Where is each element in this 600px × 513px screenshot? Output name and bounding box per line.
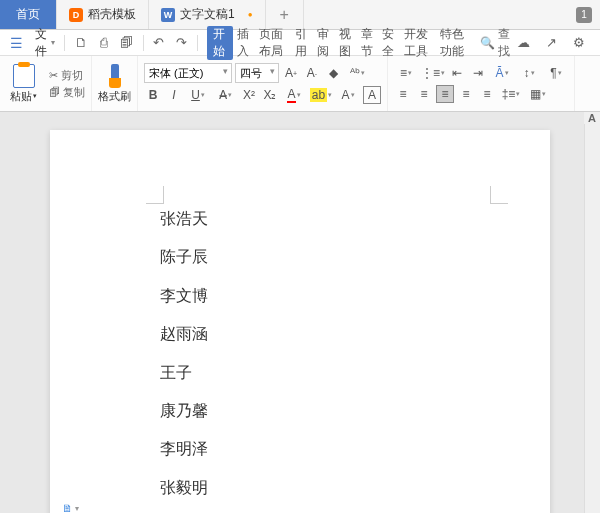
shrink-font-button[interactable]: A- bbox=[303, 64, 321, 82]
line-spacing-option-button[interactable]: ¶ bbox=[544, 64, 568, 82]
clear-format-button[interactable]: ◆ bbox=[324, 64, 342, 82]
char-border-button[interactable]: A bbox=[363, 86, 381, 104]
side-panel-strip bbox=[584, 112, 600, 513]
align-right-button[interactable]: ≡ bbox=[436, 85, 454, 103]
undo-icon[interactable]: ↶ bbox=[148, 35, 169, 50]
text-effects-button[interactable]: Ā bbox=[490, 64, 514, 82]
text-line[interactable]: 李明泽 bbox=[160, 430, 550, 468]
format-brush-button[interactable]: 格式刷 bbox=[98, 64, 131, 104]
line-spacing-button[interactable]: ‡≡ bbox=[499, 85, 523, 103]
doc-marker[interactable]: 🗎▾ bbox=[62, 502, 79, 513]
subscript-button[interactable]: X₂ bbox=[261, 86, 279, 104]
search-icon: 🔍 bbox=[480, 36, 495, 50]
brush-group: 格式刷 bbox=[92, 56, 138, 111]
indent-left-button[interactable]: ⇤ bbox=[448, 64, 466, 82]
ribbon-tab-section[interactable]: 章节 bbox=[357, 26, 379, 60]
paste-button[interactable]: 粘贴▾ bbox=[6, 64, 41, 104]
cut-icon: ✂ bbox=[49, 69, 58, 82]
ribbon-tab-reference[interactable]: 引用 bbox=[291, 26, 313, 60]
char-shading-button[interactable]: A bbox=[336, 86, 360, 104]
underline-button[interactable]: U bbox=[186, 86, 210, 104]
ribbon-tab-view[interactable]: 视图 bbox=[335, 26, 357, 60]
page[interactable]: 张浩天 陈子辰 李文博 赵雨涵 王子 康乃馨 李明泽 张毅明 bbox=[50, 130, 550, 513]
side-label[interactable]: A bbox=[584, 112, 600, 124]
ribbon-tab-insert[interactable]: 插入 bbox=[233, 26, 255, 60]
italic-button[interactable]: I bbox=[165, 86, 183, 104]
font-size-select[interactable] bbox=[235, 63, 279, 83]
cut-button[interactable]: ✂剪切 bbox=[49, 68, 85, 83]
cloud-icon[interactable]: ☁ bbox=[512, 35, 535, 50]
modified-dot-icon: ● bbox=[248, 10, 253, 19]
share-icon[interactable]: ↗ bbox=[541, 35, 562, 50]
strike-button[interactable]: A̶ bbox=[213, 86, 237, 104]
ribbon-tab-layout[interactable]: 页面布局 bbox=[255, 26, 291, 60]
align-center-button[interactable]: ≡ bbox=[415, 85, 433, 103]
superscript-button[interactable]: X² bbox=[240, 86, 258, 104]
copy-icon: 🗐 bbox=[49, 86, 60, 98]
grow-font-button[interactable]: A+ bbox=[282, 64, 300, 82]
paste-icon bbox=[13, 64, 35, 88]
window-badge[interactable]: 1 bbox=[576, 7, 592, 23]
text-line[interactable]: 张浩天 bbox=[160, 200, 550, 238]
font-name-select[interactable] bbox=[144, 63, 232, 83]
paragraph-group: ≡ ⋮≡ ⇤ ⇥ Ā ↕ ¶ ≡ ≡ ≡ ≡ ≡ ‡≡ ▦ bbox=[388, 56, 575, 111]
document-area: 张浩天 陈子辰 李文博 赵雨涵 王子 康乃馨 李明泽 张毅明 🗎▾ bbox=[0, 112, 600, 513]
change-case-button[interactable]: ᴬᵇ bbox=[345, 64, 369, 82]
align-left-button[interactable]: ≡ bbox=[394, 85, 412, 103]
save-icon[interactable]: 🗋 bbox=[70, 35, 93, 50]
menu-bar: ☰ 文件▾ 🗋 ⎙ 🗐 ↶ ↷ 开始 插入 页面布局 引用 审阅 视图 章节 安… bbox=[0, 30, 600, 56]
text-line[interactable]: 王子 bbox=[160, 354, 550, 392]
file-menu[interactable]: 文件▾ bbox=[31, 26, 59, 60]
ribbon-tab-security[interactable]: 安全 bbox=[378, 26, 400, 60]
bold-button[interactable]: B bbox=[144, 86, 162, 104]
font-group: A+ A- ◆ ᴬᵇ B I U A̶ X² X₂ A ab A A bbox=[138, 56, 388, 111]
hamburger-icon[interactable]: ☰ bbox=[4, 35, 29, 51]
text-line[interactable]: 陈子辰 bbox=[160, 238, 550, 276]
ribbon-tab-devtools[interactable]: 开发工具 bbox=[400, 26, 436, 60]
numbering-button[interactable]: ⋮≡ bbox=[421, 64, 445, 82]
brush-icon bbox=[105, 64, 125, 88]
settings-icon[interactable]: ⚙ bbox=[568, 35, 590, 50]
ribbon-tab-features[interactable]: 特色功能 bbox=[436, 26, 472, 60]
text-line[interactable]: 李文博 bbox=[160, 277, 550, 315]
ribbon-tab-review[interactable]: 审阅 bbox=[313, 26, 335, 60]
bullets-button[interactable]: ≡ bbox=[394, 64, 418, 82]
shading-button[interactable]: ▦ bbox=[526, 85, 550, 103]
print-icon[interactable]: ⎙ bbox=[95, 35, 113, 50]
ribbon-tab-start[interactable]: 开始 bbox=[207, 26, 233, 60]
tab-template[interactable]: D 稻壳模板 bbox=[57, 0, 149, 29]
ribbon-tabs: 开始 插入 页面布局 引用 审阅 视图 章节 安全 开发工具 特色功能 bbox=[207, 26, 472, 60]
margin-corner-tl bbox=[146, 186, 164, 204]
ribbon-toolbar: 粘贴▾ ✂剪切 🗐复制 格式刷 A+ A- ◆ ᴬᵇ B I U A̶ X² bbox=[0, 56, 600, 112]
template-icon: D bbox=[69, 8, 83, 22]
doc-icon: W bbox=[161, 8, 175, 22]
align-justify-button[interactable]: ≡ bbox=[457, 85, 475, 103]
indent-right-button[interactable]: ⇥ bbox=[469, 64, 487, 82]
redo-icon[interactable]: ↷ bbox=[171, 35, 192, 50]
font-color-button[interactable]: A bbox=[282, 86, 306, 104]
text-line[interactable]: 张毅明 bbox=[160, 469, 550, 507]
highlight-button[interactable]: ab bbox=[309, 86, 333, 104]
text-line[interactable]: 康乃馨 bbox=[160, 392, 550, 430]
copy-button[interactable]: 🗐复制 bbox=[49, 85, 85, 100]
align-distribute-button[interactable]: ≡ bbox=[478, 85, 496, 103]
page-marker-icon: 🗎 bbox=[62, 502, 73, 513]
clipboard-group: 粘贴▾ ✂剪切 🗐复制 bbox=[0, 56, 92, 111]
margin-corner-tr bbox=[490, 186, 508, 204]
text-line[interactable]: 赵雨涵 bbox=[160, 315, 550, 353]
preview-icon[interactable]: 🗐 bbox=[115, 35, 138, 50]
sort-button[interactable]: ↕ bbox=[517, 64, 541, 82]
tab-right: 1 bbox=[568, 0, 600, 29]
search-button[interactable]: 🔍 查找 bbox=[480, 26, 510, 60]
